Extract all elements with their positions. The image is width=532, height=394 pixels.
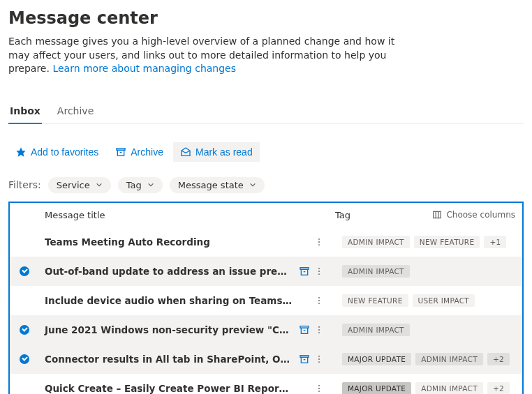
table-row[interactable]: Quick Create – Easily Create Power BI Re… — [10, 374, 522, 394]
svg-point-28 — [318, 356, 320, 357]
table-row[interactable]: Out-of-band update to address an issue p… — [10, 257, 522, 286]
svg-point-7 — [318, 238, 320, 240]
archive-icon — [115, 146, 126, 158]
svg-point-15 — [318, 273, 320, 275]
columns-icon — [432, 210, 442, 220]
archive-icon[interactable] — [299, 324, 310, 335]
svg-rect-11 — [301, 269, 307, 275]
tag-badge: MAJOR UPDATE — [342, 353, 411, 365]
star-icon — [15, 146, 27, 158]
row-selected-indicator[interactable] — [18, 325, 31, 335]
svg-rect-20 — [301, 328, 307, 333]
table-row[interactable]: June 2021 Windows non-security preview "… — [10, 315, 522, 344]
svg-point-33 — [318, 391, 320, 392]
archive-label: Archive — [131, 146, 163, 158]
tag-badge: ADMIN IMPACT — [415, 353, 483, 365]
svg-point-9 — [318, 244, 320, 245]
tag-badge: ADMIN IMPACT — [415, 382, 483, 394]
row-actions — [296, 383, 324, 394]
filter-service-label: Service — [57, 180, 90, 190]
mark-read-label: Mark as read — [195, 146, 253, 158]
svg-point-31 — [318, 385, 320, 386]
svg-point-29 — [318, 358, 320, 360]
filter-service[interactable]: Service — [48, 177, 111, 193]
table-row[interactable]: Teams Meeting Auto RecordingADMIN IMPACT… — [10, 227, 522, 257]
tag-badge: ADMIN IMPACT — [342, 236, 410, 248]
row-tags: ADMIN IMPACT — [324, 324, 515, 336]
svg-point-13 — [318, 268, 320, 269]
tag-badge: ADMIN IMPACT — [342, 324, 410, 336]
chevron-down-icon — [249, 181, 256, 188]
col-header-title[interactable]: Message title — [45, 210, 310, 220]
filter-tag[interactable]: Tag — [118, 177, 163, 193]
chevron-down-icon — [96, 181, 103, 188]
intro-text: Each message gives you a high-level over… — [8, 35, 399, 76]
svg-point-18 — [318, 303, 320, 304]
archive-icon[interactable] — [299, 354, 310, 365]
filters-label: Filters: — [8, 179, 41, 190]
choose-columns-button[interactable]: Choose columns — [432, 210, 515, 220]
tag-badge: +2 — [487, 382, 510, 394]
check-circle-icon — [20, 266, 29, 276]
svg-point-22 — [318, 326, 320, 328]
message-title[interactable]: Teams Meeting Auto Recording — [31, 236, 296, 248]
svg-point-23 — [318, 329, 320, 331]
row-selected-indicator[interactable] — [18, 266, 31, 276]
tab-inbox[interactable]: Inbox — [8, 101, 42, 123]
svg-point-17 — [318, 300, 320, 301]
svg-point-14 — [318, 271, 320, 272]
tag-badge: ADMIN IMPACT — [342, 265, 410, 278]
message-title[interactable]: Out-of-band update to address an issue p… — [31, 266, 296, 277]
tab-bar: Inbox Archive — [8, 101, 524, 124]
tag-badge: NEW FEATURE — [342, 294, 408, 307]
svg-point-30 — [318, 361, 320, 363]
more-icon[interactable] — [314, 295, 324, 306]
row-selected-indicator[interactable] — [18, 354, 31, 364]
add-to-favorites-button[interactable]: Add to favorites — [8, 142, 105, 162]
choose-columns-label: Choose columns — [446, 210, 515, 220]
row-tags: MAJOR UPDATEADMIN IMPACT+2 — [324, 353, 515, 365]
row-tags: NEW FEATUREUSER IMPACT — [324, 294, 515, 307]
tag-badge: +1 — [484, 236, 506, 248]
row-actions — [296, 295, 324, 306]
learn-more-link[interactable]: Learn more about managing changes — [52, 63, 236, 74]
favorites-label: Add to favorites — [31, 146, 98, 158]
tag-badge: MAJOR UPDATE — [342, 382, 411, 394]
row-actions — [296, 266, 324, 277]
message-title[interactable]: Quick Create – Easily Create Power BI Re… — [31, 383, 296, 394]
row-actions — [296, 236, 324, 248]
more-icon[interactable] — [314, 236, 324, 248]
table-row[interactable]: Connector results in All tab in SharePoi… — [10, 344, 522, 374]
table-row[interactable]: Include device audio when sharing on Tea… — [10, 286, 522, 315]
mail-open-icon — [180, 146, 191, 158]
message-title[interactable]: Include device audio when sharing on Tea… — [31, 295, 296, 306]
col-header-tag[interactable]: Tag — [310, 210, 432, 220]
filter-tag-label: Tag — [126, 180, 142, 190]
message-table: Message title Tag Choose columns Teams M… — [8, 202, 524, 394]
svg-point-24 — [318, 332, 320, 333]
archive-button[interactable]: Archive — [108, 142, 170, 162]
row-tags: ADMIN IMPACTNEW FEATURE+1 — [324, 236, 515, 248]
svg-rect-4 — [434, 212, 441, 218]
filter-message-state[interactable]: Message state — [170, 177, 265, 193]
more-icon[interactable] — [314, 383, 324, 394]
message-title[interactable]: June 2021 Windows non-security preview "… — [31, 324, 296, 335]
row-tags: ADMIN IMPACT — [324, 265, 515, 278]
more-icon[interactable] — [314, 324, 324, 335]
mark-as-read-button[interactable]: Mark as read — [173, 142, 260, 162]
check-circle-icon — [20, 354, 29, 364]
table-header: Message title Tag Choose columns — [10, 203, 522, 227]
page-title: Message center — [8, 8, 524, 28]
chevron-down-icon — [147, 181, 154, 188]
toolbar: Add to favorites Archive Mark as read — [8, 138, 524, 166]
row-tags: MAJOR UPDATEADMIN IMPACT+2 — [324, 382, 515, 394]
tag-badge: NEW FEATURE — [414, 236, 480, 248]
archive-icon[interactable] — [299, 266, 310, 277]
message-title[interactable]: Connector results in All tab in SharePoi… — [31, 354, 296, 365]
filter-bar: Filters: Service Tag Message state — [8, 174, 524, 202]
more-icon[interactable] — [314, 354, 324, 365]
more-icon[interactable] — [314, 266, 324, 277]
tab-archive[interactable]: Archive — [56, 101, 95, 123]
tag-badge: +2 — [487, 353, 510, 365]
svg-point-32 — [318, 388, 320, 389]
